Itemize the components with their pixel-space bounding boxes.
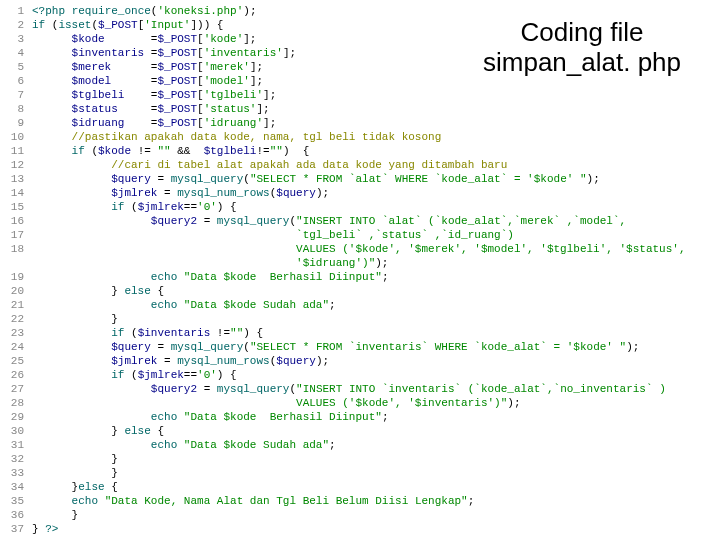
code-line: 31 echo "Data $kode Sudah ada";: [0, 438, 720, 452]
code-text: $kode =$_POST['kode'];: [32, 32, 256, 46]
code-line: 35 echo "Data Kode, Nama Alat dan Tgl Be…: [0, 494, 720, 508]
code-line: '$idruang')");: [0, 256, 720, 270]
line-number: 2: [0, 18, 32, 32]
line-number: 8: [0, 102, 32, 116]
line-number: 26: [0, 368, 32, 382]
code-line: 24 $query = mysql_query("SELECT * FROM `…: [0, 340, 720, 354]
code-line: 18 VALUES ('$kode', '$merek', '$model', …: [0, 242, 720, 256]
title-line-2: simpan_alat. php: [462, 48, 702, 78]
line-number: 27: [0, 382, 32, 396]
code-text: $query = mysql_query("SELECT * FROM `ala…: [32, 172, 600, 186]
code-text: $query2 = mysql_query("INSERT INTO `inve…: [32, 382, 666, 396]
line-number: [0, 256, 32, 270]
code-text: VALUES ('$kode', '$inventaris')");: [32, 396, 520, 410]
code-text: $jmlrek = mysql_num_rows($query);: [32, 354, 329, 368]
code-text: } else {: [32, 424, 164, 438]
code-text: $jmlrek = mysql_num_rows($query);: [32, 186, 329, 200]
line-number: 3: [0, 32, 32, 46]
line-number: 16: [0, 214, 32, 228]
code-text: $tglbeli =$_POST['tglbeli'];: [32, 88, 276, 102]
code-text: if ($inventaris !="") {: [32, 326, 263, 340]
code-text: }: [32, 466, 118, 480]
line-number: 29: [0, 410, 32, 424]
code-text: $status =$_POST['status'];: [32, 102, 270, 116]
line-number: 11: [0, 144, 32, 158]
line-number: 28: [0, 396, 32, 410]
code-line: 30 } else {: [0, 424, 720, 438]
code-line: 7 $tglbeli =$_POST['tglbeli'];: [0, 88, 720, 102]
code-line: 17 `tgl_beli` ,`status` ,`id_ruang`): [0, 228, 720, 242]
code-line: 23 if ($inventaris !="") {: [0, 326, 720, 340]
code-line: 29 echo "Data $kode Berhasil Diinput";: [0, 410, 720, 424]
line-number: 30: [0, 424, 32, 438]
code-text: `tgl_beli` ,`status` ,`id_ruang`): [32, 228, 514, 242]
line-number: 14: [0, 186, 32, 200]
line-number: 7: [0, 88, 32, 102]
code-line: 13 $query = mysql_query("SELECT * FROM `…: [0, 172, 720, 186]
code-line: 33 }: [0, 466, 720, 480]
line-number: 5: [0, 60, 32, 74]
code-text: $idruang =$_POST['idruang'];: [32, 116, 276, 130]
code-text: echo "Data $kode Berhasil Diinput";: [32, 410, 389, 424]
code-text: <?php require_once('koneksi.php');: [32, 4, 256, 18]
line-number: 23: [0, 326, 32, 340]
code-text: if ($kode != "" && $tglbeli!="") {: [32, 144, 309, 158]
code-line: 9 $idruang =$_POST['idruang'];: [0, 116, 720, 130]
code-text: } else {: [32, 284, 164, 298]
slide-title: Coding file simpan_alat. php: [462, 18, 702, 78]
code-text: if (isset($_POST['Input'])) {: [32, 18, 223, 32]
code-text: echo "Data Kode, Nama Alat dan Tgl Beli …: [32, 494, 474, 508]
code-text: $inventaris =$_POST['inventaris'];: [32, 46, 296, 60]
code-text: '$idruang')");: [32, 256, 388, 270]
code-line: 27 $query2 = mysql_query("INSERT INTO `i…: [0, 382, 720, 396]
line-number: 25: [0, 354, 32, 368]
line-number: 31: [0, 438, 32, 452]
code-line: 37} ?>: [0, 522, 720, 536]
code-text: echo "Data $kode Berhasil Diinput";: [32, 270, 389, 284]
code-line: 36 }: [0, 508, 720, 522]
code-line: 34 }else {: [0, 480, 720, 494]
line-number: 19: [0, 270, 32, 284]
line-number: 20: [0, 284, 32, 298]
code-block: 1<?php require_once('koneksi.php');2if (…: [0, 0, 720, 536]
code-text: if ($jmlrek=='0') {: [32, 368, 237, 382]
line-number: 24: [0, 340, 32, 354]
line-number: 34: [0, 480, 32, 494]
code-text: }: [32, 312, 118, 326]
code-text: echo "Data $kode Sudah ada";: [32, 438, 336, 452]
line-number: 15: [0, 200, 32, 214]
line-number: 9: [0, 116, 32, 130]
line-number: 18: [0, 242, 32, 256]
line-number: 33: [0, 466, 32, 480]
code-line: 16 $query2 = mysql_query("INSERT INTO `a…: [0, 214, 720, 228]
code-line: 26 if ($jmlrek=='0') {: [0, 368, 720, 382]
code-line: 22 }: [0, 312, 720, 326]
line-number: 13: [0, 172, 32, 186]
code-line: 21 echo "Data $kode Sudah ada";: [0, 298, 720, 312]
line-number: 35: [0, 494, 32, 508]
code-text: }: [32, 452, 118, 466]
line-number: 21: [0, 298, 32, 312]
code-text: $merek =$_POST['merek'];: [32, 60, 263, 74]
line-number: 10: [0, 130, 32, 144]
line-number: 12: [0, 158, 32, 172]
code-line: 12 //cari di tabel alat apakah ada data …: [0, 158, 720, 172]
code-text: //cari di tabel alat apakah ada data kod…: [32, 158, 507, 172]
code-text: //pastikan apakah data kode, nama, tgl b…: [32, 130, 441, 144]
line-number: 17: [0, 228, 32, 242]
code-text: $query = mysql_query("SELECT * FROM `inv…: [32, 340, 639, 354]
code-text: VALUES ('$kode', '$merek', '$model', '$t…: [32, 242, 686, 256]
code-line: 1<?php require_once('koneksi.php');: [0, 4, 720, 18]
code-line: 8 $status =$_POST['status'];: [0, 102, 720, 116]
code-line: 25 $jmlrek = mysql_num_rows($query);: [0, 354, 720, 368]
code-text: $model =$_POST['model'];: [32, 74, 263, 88]
line-number: 36: [0, 508, 32, 522]
line-number: 32: [0, 452, 32, 466]
code-text: $query2 = mysql_query("INSERT INTO `alat…: [32, 214, 626, 228]
code-line: 15 if ($jmlrek=='0') {: [0, 200, 720, 214]
code-line: 19 echo "Data $kode Berhasil Diinput";: [0, 270, 720, 284]
line-number: 37: [0, 522, 32, 536]
line-number: 22: [0, 312, 32, 326]
code-text: } ?>: [32, 522, 58, 536]
line-number: 1: [0, 4, 32, 18]
